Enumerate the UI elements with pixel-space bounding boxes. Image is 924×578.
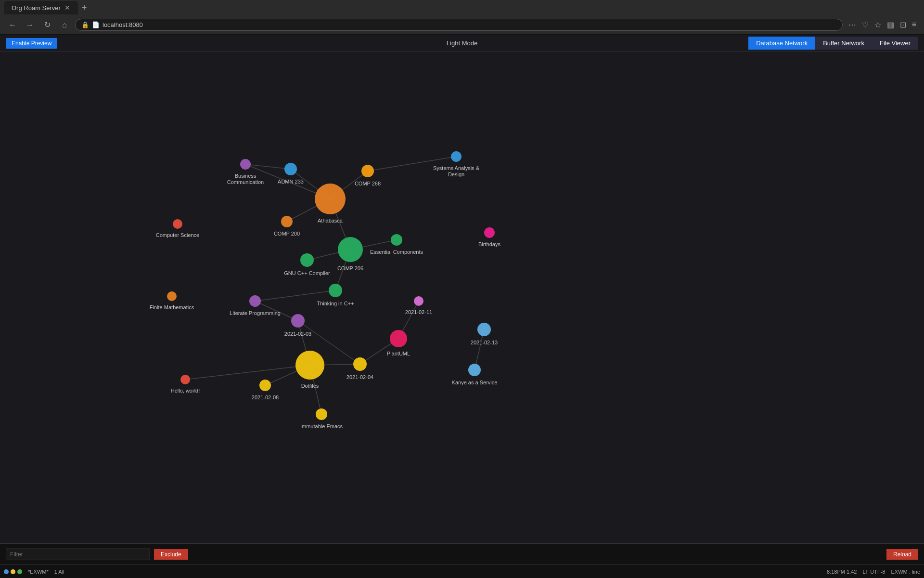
svg-point-26 (451, 151, 462, 162)
node-immutable_emacs[interactable]: Immutable Emacs (300, 408, 343, 428)
node-label-plantUML: PlantUML (387, 351, 410, 356)
svg-point-36 (414, 296, 424, 306)
node-label-business_comm-1: Communication (227, 179, 264, 185)
node-date_20210211[interactable]: 2021-02-11 (405, 296, 432, 315)
node-admn233[interactable]: ADMN 233 (278, 163, 304, 184)
node-label-gnu_cpp: GNU C++ Compiler (284, 270, 330, 276)
node-label-essential_comp: Essential Components (370, 249, 424, 255)
tab-close-icon[interactable]: ✕ (64, 4, 70, 12)
windows-icon[interactable]: ⊡ (898, 18, 908, 31)
svg-point-30 (329, 284, 342, 297)
node-label-computer_science: Computer Science (156, 232, 200, 238)
node-label-admn233: ADMN 233 (278, 179, 304, 184)
nav-tabs: Database Network Buffer Network File Vie… (748, 37, 918, 50)
light-mode-label: Light Mode (447, 39, 477, 47)
svg-point-44 (316, 408, 327, 420)
node-date_20210204[interactable]: 2021-02-04 (346, 357, 373, 380)
star-icon[interactable]: ☆ (873, 18, 883, 31)
lock-icon: 🔒 (81, 21, 89, 28)
svg-point-28 (391, 234, 402, 246)
node-systems_analysis[interactable]: Systems Analysis &Design (433, 151, 480, 177)
node-essential_comp[interactable]: Essential Components (370, 234, 424, 255)
svg-point-24 (361, 165, 374, 177)
svg-line-11 (255, 301, 298, 321)
browser-titlebar: Org Roam Server ✕ + (0, 0, 924, 15)
svg-point-21 (315, 184, 346, 214)
reload-button[interactable]: Reload (886, 549, 918, 560)
node-finite_math[interactable]: Finite Mathematics (150, 291, 194, 310)
node-date_20210208[interactable]: 2021-02-08 (252, 380, 279, 400)
filter-input[interactable] (6, 549, 150, 560)
node-label-date_20210208: 2021-02-08 (252, 394, 279, 400)
node-date_20210213[interactable]: 2021-02-13 (471, 323, 498, 345)
browser-tab[interactable]: Org Roam Server ✕ (4, 1, 78, 14)
node-kanye[interactable]: Kanye as a Service (452, 364, 498, 385)
home-button[interactable]: ⌂ (58, 18, 71, 32)
sidebar-icon[interactable]: ▦ (885, 18, 896, 31)
bottom-bar: Exclude Reload (0, 543, 924, 565)
tab-database-network[interactable]: Database Network (748, 37, 815, 50)
svg-point-25 (240, 159, 251, 170)
network-area[interactable]: AthabascaCOMP 206ADMN 233COMP 268Busines… (0, 52, 924, 428)
tab-file-viewer[interactable]: File Viewer (872, 37, 918, 50)
node-thinking_cpp[interactable]: Thinking in C++ (317, 284, 354, 306)
node-plantUML[interactable]: PlantUML (387, 330, 410, 356)
svg-point-37 (353, 357, 367, 371)
menu-dots-icon[interactable]: ⋯ (847, 18, 858, 31)
status-dots (4, 569, 22, 574)
node-date_20210203[interactable]: 2021-02-03 (284, 314, 311, 337)
svg-line-9 (368, 157, 456, 171)
back-button[interactable]: ← (6, 18, 19, 32)
node-label-thinking_cpp: Thinking in C++ (317, 301, 354, 306)
svg-point-22 (338, 237, 363, 262)
node-birthdays[interactable]: Birthdays (478, 227, 500, 247)
svg-point-33 (167, 291, 177, 301)
tab-buffer-network[interactable]: Buffer Network (815, 37, 872, 50)
node-label-comp200: COMP 200 (274, 231, 300, 236)
svg-line-19 (185, 365, 310, 380)
forward-button[interactable]: → (23, 18, 37, 32)
svg-point-41 (295, 351, 324, 380)
hamburger-icon[interactable]: ≡ (910, 18, 918, 31)
node-label-literate_prog: Literate Programming (230, 310, 281, 316)
node-comp206[interactable]: COMP 206 (337, 237, 363, 271)
node-label-comp268: COMP 268 (355, 181, 381, 186)
address-bar[interactable]: 🔒 📄 localhost:8080 (75, 19, 843, 31)
network-svg: AthabascaCOMP 206ADMN 233COMP 268Busines… (0, 52, 924, 428)
page-icon: 📄 (92, 21, 100, 28)
node-computer_science[interactable]: Computer Science (156, 219, 200, 238)
exclude-button[interactable]: Exclude (154, 549, 188, 560)
node-label-date_20210211: 2021-02-11 (405, 309, 432, 315)
node-business_comm[interactable]: BusinessCommunication (227, 159, 264, 185)
node-comp200[interactable]: COMP 200 (274, 216, 300, 236)
enable-preview-button[interactable]: Enable Preview (6, 38, 57, 49)
node-dotfiles[interactable]: Dotfiles (295, 351, 324, 389)
node-label-finite_math: Finite Mathematics (150, 304, 194, 310)
node-gnu_cpp[interactable]: GNU C++ Compiler (284, 253, 330, 276)
pocket-icon[interactable]: ♡ (860, 18, 871, 31)
node-athabasca[interactable]: Athabasca (315, 184, 346, 223)
url-display: localhost:8080 (103, 21, 143, 28)
status-bar: *EXWM* 1 All 8:18PM 1.42 LF UTF-8 EXWM :… (0, 565, 924, 578)
reload-browser-button[interactable]: ↻ (40, 18, 54, 32)
node-label-business_comm-0: Business (235, 173, 257, 179)
svg-point-32 (173, 219, 182, 229)
svg-point-35 (291, 314, 305, 328)
node-label-dotfiles: Dotfiles (301, 383, 319, 389)
node-label-systems_analysis-1: Design (448, 171, 464, 177)
node-label-comp206: COMP 206 (337, 265, 363, 271)
workspace-label: 1 All (54, 569, 64, 575)
svg-line-10 (255, 290, 335, 301)
node-label-kanye: Kanye as a Service (452, 380, 498, 385)
node-hello_world[interactable]: Hello, world! (171, 375, 200, 394)
mode-label: EXWM : line (891, 569, 920, 575)
node-label-date_20210213: 2021-02-13 (471, 340, 498, 345)
new-tab-button[interactable]: + (82, 3, 87, 13)
browser-toolbar: ← → ↻ ⌂ 🔒 📄 localhost:8080 ⋯ ♡ ☆ ▦ ⊡ ≡ (0, 15, 924, 35)
encoding-label: LF UTF-8 (862, 569, 885, 575)
node-comp268[interactable]: COMP 268 (355, 165, 381, 186)
svg-point-34 (249, 295, 261, 307)
dot-yellow (11, 569, 15, 574)
svg-point-27 (281, 216, 293, 227)
dot-blue (4, 569, 9, 574)
